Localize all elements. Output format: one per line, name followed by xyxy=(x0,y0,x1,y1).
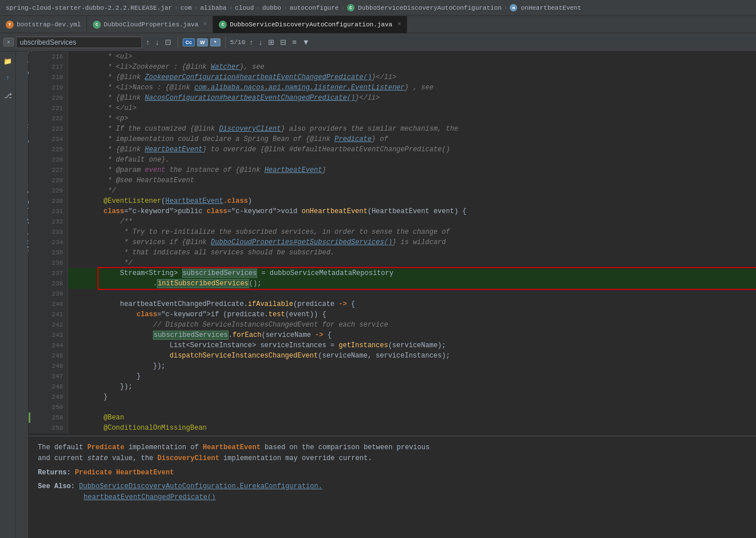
line-number: 223 xyxy=(29,124,68,134)
search-nav-prev[interactable]: ↑ xyxy=(144,38,152,46)
doc-code-predicate: Predicate xyxy=(87,443,124,451)
search-collapse-btn[interactable]: ⊟ xyxy=(278,38,288,46)
line-number: 246 xyxy=(29,361,68,371)
tab-bootstrap[interactable]: Y bootstrap-dev.yml xyxy=(0,16,87,33)
sidebar-branch-icon[interactable]: ⎇ xyxy=(2,89,14,102)
line-number: 219 xyxy=(29,83,68,93)
breadcrumb-dubbo[interactable]: dubbo xyxy=(262,5,281,11)
main-layout: 📁 ↑ ⎇ Project Commit Alibaba Cloud Explo… xyxy=(0,52,756,538)
line-number: 250 xyxy=(29,402,68,413)
line-number: 225 xyxy=(29,144,68,155)
table-row: 249 } xyxy=(29,392,756,402)
doc-returns-value: Predicate HeartbeatEvent xyxy=(75,469,174,477)
doc-description2: and current state value, the DiscoveryCl… xyxy=(38,453,747,464)
line-content: * If the customized {@link DiscoveryClie… xyxy=(68,124,756,134)
line-number: 218 xyxy=(29,72,68,83)
line-content: */ xyxy=(68,258,756,268)
line-content: }); xyxy=(68,382,756,392)
line-content: * implementation could declare a Spring … xyxy=(68,134,756,144)
tab-dubboservice[interactable]: C DubboServiceDiscoveryAutoConfiguration… xyxy=(213,16,407,33)
line-content: /** xyxy=(68,217,756,227)
sidebar-commit-icon[interactable]: ↑ xyxy=(2,72,14,85)
line-content: @EventListener(HeartbeatEvent.class) xyxy=(68,196,756,206)
table-row: 219 * <li>Nacos : {@link com.alibaba.nac… xyxy=(29,83,756,93)
search-options-btn[interactable]: ≡ xyxy=(290,38,298,46)
search-case-btn[interactable]: Cc xyxy=(183,38,195,46)
sidebar-project-icon[interactable]: 📁 xyxy=(2,55,14,68)
line-content: * <li>Nacos : {@link com.alibaba.nacos.a… xyxy=(68,83,756,93)
line-number: 228 xyxy=(29,175,68,186)
line-content: * Try to re-initialize the subscribed se… xyxy=(68,227,756,237)
breadcrumb-classname[interactable]: DubboServiceDiscoveryAutoConfiguration xyxy=(358,5,502,11)
table-row: 231 class="c-keyword">public class="c-ke… xyxy=(29,206,756,217)
table-row: 226 * default one}. xyxy=(29,155,756,165)
tab-dubbocloud[interactable]: C DubboCloudProperties.java × xyxy=(87,16,213,33)
search-regex-btn[interactable]: * xyxy=(210,38,220,46)
line-content: } xyxy=(68,371,756,382)
doc-text5: value, the xyxy=(112,454,158,462)
doc-text4: and current xyxy=(38,454,87,462)
tab-java-icon-2: C xyxy=(219,21,227,29)
doc-seealso-link1[interactable]: DubboServiceDiscoveryAutoConfiguration.E… xyxy=(79,482,322,490)
doc-code-heartbeat: HeartbeatEvent xyxy=(203,443,261,451)
search-close-btn[interactable]: × xyxy=(3,38,14,46)
line-content: * services if {@link DubboCloudPropertie… xyxy=(68,237,756,248)
breadcrumb-com[interactable]: com xyxy=(180,5,192,11)
doc-text6: implementation may override current. xyxy=(223,454,372,462)
search-expand-btn[interactable]: ⊞ xyxy=(266,38,276,46)
table-row: 246 }); xyxy=(29,361,756,371)
line-number: 226 xyxy=(29,155,68,165)
search-sep2 xyxy=(225,37,226,48)
table-row: 220 * {@link NacosConfiguration#heartbea… xyxy=(29,93,756,103)
search-sep xyxy=(178,37,178,48)
doc-panel: The default Predicate implementation of … xyxy=(29,435,756,509)
line-content xyxy=(68,402,756,413)
table-row: 221 * </ul> xyxy=(29,103,756,113)
line-number: 237 xyxy=(29,268,68,278)
table-row: 250 xyxy=(29,402,756,413)
line-content: // Dispatch ServiceInstancesChangedEvent… xyxy=(68,320,756,330)
search-wrap-btn[interactable]: ⊡ xyxy=(163,38,173,46)
line-number: 233 xyxy=(29,227,68,237)
line-number: 239 xyxy=(29,289,68,299)
table-row: 247 } xyxy=(29,371,756,382)
tab-dubbocloud-close[interactable]: × xyxy=(203,21,207,28)
table-row: 245 dispatchServiceInstancesChangedEvent… xyxy=(29,351,756,361)
sep1: › xyxy=(174,5,178,11)
line-content: * that indicates all services should be … xyxy=(68,248,756,258)
line-number: 231 xyxy=(29,206,68,217)
line-number: 234 xyxy=(29,237,68,248)
tab-dubboservice-close[interactable]: × xyxy=(397,21,401,28)
doc-seealso-link2[interactable]: heartbeatEventChangedPredicate() xyxy=(84,493,215,501)
doc-text2: implementation of xyxy=(128,443,203,451)
line-number: 221 xyxy=(29,103,68,113)
line-number: 232 xyxy=(29,217,68,227)
breadcrumb-alibaba[interactable]: alibaba xyxy=(200,5,226,11)
line-content: * {@link HeartbeatEvent} to override {@l… xyxy=(68,144,756,155)
breadcrumb-cloud[interactable]: cloud xyxy=(235,5,254,11)
table-row: 218 * {@link ZookeeperConfiguration#hear… xyxy=(29,72,756,83)
line-number: 216 xyxy=(29,52,68,62)
line-number: 243 xyxy=(29,330,68,340)
search-result-prev[interactable]: ↑ xyxy=(247,38,255,46)
line-content: * {@link ZookeeperConfiguration#heartbea… xyxy=(68,72,756,83)
table-row: 242 // Dispatch ServiceInstancesChangedE… xyxy=(29,320,756,330)
table-row: 228 * @see HeartbeatEvent xyxy=(29,175,756,186)
table-row: 239 xyxy=(29,289,756,299)
search-word-btn[interactable]: W xyxy=(197,38,208,46)
search-input[interactable] xyxy=(16,37,142,48)
search-result-next[interactable]: ↓ xyxy=(257,38,265,46)
table-row: 258 @Bean xyxy=(29,413,756,423)
search-filter-btn[interactable]: ▼ xyxy=(301,38,312,46)
line-content: .initSubscribedServices(); xyxy=(68,278,756,289)
line-number: 240 xyxy=(29,299,68,309)
table-row: 216 * <ul> xyxy=(29,52,756,62)
breadcrumb-autoconfigure[interactable]: autoconfigure xyxy=(290,5,339,11)
code-editor[interactable]: 216 * <ul>217 * <li>Zookeeper : {@link W… xyxy=(29,52,756,538)
table-row: 259 @ConditionalOnMissingBean xyxy=(29,423,756,433)
line-number: 230 xyxy=(29,196,68,206)
table-row: 233 * Try to re-initialize the subscribe… xyxy=(29,227,756,237)
breadcrumb-method[interactable]: onHeartbeatEvent xyxy=(521,5,581,11)
search-nav-next[interactable]: ↓ xyxy=(153,38,161,46)
breadcrumb-jar[interactable]: spring-cloud-starter-dubbo-2.2.2.RELEASE… xyxy=(6,5,172,11)
